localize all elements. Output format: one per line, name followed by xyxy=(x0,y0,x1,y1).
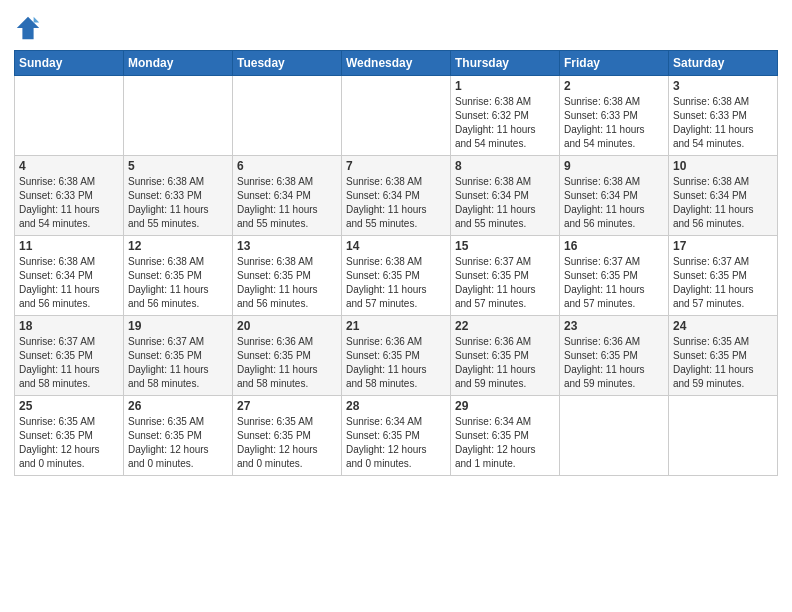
day-info: Sunrise: 6:34 AM Sunset: 6:35 PM Dayligh… xyxy=(455,415,555,471)
week-row: 18Sunrise: 6:37 AM Sunset: 6:35 PM Dayli… xyxy=(15,316,778,396)
week-row: 4Sunrise: 6:38 AM Sunset: 6:33 PM Daylig… xyxy=(15,156,778,236)
calendar-cell: 4Sunrise: 6:38 AM Sunset: 6:33 PM Daylig… xyxy=(15,156,124,236)
day-number: 15 xyxy=(455,239,555,253)
header-cell-friday: Friday xyxy=(560,51,669,76)
day-info: Sunrise: 6:38 AM Sunset: 6:33 PM Dayligh… xyxy=(19,175,119,231)
day-number: 25 xyxy=(19,399,119,413)
calendar-cell: 27Sunrise: 6:35 AM Sunset: 6:35 PM Dayli… xyxy=(233,396,342,476)
calendar-cell xyxy=(560,396,669,476)
day-number: 12 xyxy=(128,239,228,253)
day-number: 14 xyxy=(346,239,446,253)
day-info: Sunrise: 6:38 AM Sunset: 6:34 PM Dayligh… xyxy=(673,175,773,231)
day-number: 23 xyxy=(564,319,664,333)
calendar-cell: 17Sunrise: 6:37 AM Sunset: 6:35 PM Dayli… xyxy=(669,236,778,316)
header-cell-sunday: Sunday xyxy=(15,51,124,76)
page-container: SundayMondayTuesdayWednesdayThursdayFrid… xyxy=(0,0,792,486)
day-number: 10 xyxy=(673,159,773,173)
day-info: Sunrise: 6:38 AM Sunset: 6:35 PM Dayligh… xyxy=(346,255,446,311)
day-number: 27 xyxy=(237,399,337,413)
calendar-cell: 7Sunrise: 6:38 AM Sunset: 6:34 PM Daylig… xyxy=(342,156,451,236)
calendar-cell xyxy=(233,76,342,156)
day-number: 6 xyxy=(237,159,337,173)
header-cell-monday: Monday xyxy=(124,51,233,76)
calendar-cell: 23Sunrise: 6:36 AM Sunset: 6:35 PM Dayli… xyxy=(560,316,669,396)
logo xyxy=(14,14,46,42)
day-number: 16 xyxy=(564,239,664,253)
day-info: Sunrise: 6:35 AM Sunset: 6:35 PM Dayligh… xyxy=(128,415,228,471)
day-info: Sunrise: 6:38 AM Sunset: 6:34 PM Dayligh… xyxy=(455,175,555,231)
day-number: 17 xyxy=(673,239,773,253)
calendar-cell xyxy=(124,76,233,156)
calendar-cell: 1Sunrise: 6:38 AM Sunset: 6:32 PM Daylig… xyxy=(451,76,560,156)
day-info: Sunrise: 6:38 AM Sunset: 6:34 PM Dayligh… xyxy=(237,175,337,231)
day-info: Sunrise: 6:35 AM Sunset: 6:35 PM Dayligh… xyxy=(237,415,337,471)
logo-icon xyxy=(14,14,42,42)
day-info: Sunrise: 6:38 AM Sunset: 6:33 PM Dayligh… xyxy=(673,95,773,151)
day-number: 24 xyxy=(673,319,773,333)
day-info: Sunrise: 6:36 AM Sunset: 6:35 PM Dayligh… xyxy=(346,335,446,391)
day-number: 9 xyxy=(564,159,664,173)
day-info: Sunrise: 6:38 AM Sunset: 6:34 PM Dayligh… xyxy=(346,175,446,231)
calendar-cell xyxy=(342,76,451,156)
header-cell-saturday: Saturday xyxy=(669,51,778,76)
calendar-cell xyxy=(15,76,124,156)
day-number: 29 xyxy=(455,399,555,413)
calendar-cell: 11Sunrise: 6:38 AM Sunset: 6:34 PM Dayli… xyxy=(15,236,124,316)
day-number: 7 xyxy=(346,159,446,173)
day-number: 28 xyxy=(346,399,446,413)
calendar-body: 1Sunrise: 6:38 AM Sunset: 6:32 PM Daylig… xyxy=(15,76,778,476)
day-number: 22 xyxy=(455,319,555,333)
week-row: 1Sunrise: 6:38 AM Sunset: 6:32 PM Daylig… xyxy=(15,76,778,156)
day-info: Sunrise: 6:35 AM Sunset: 6:35 PM Dayligh… xyxy=(673,335,773,391)
calendar-cell: 12Sunrise: 6:38 AM Sunset: 6:35 PM Dayli… xyxy=(124,236,233,316)
header-cell-thursday: Thursday xyxy=(451,51,560,76)
day-info: Sunrise: 6:36 AM Sunset: 6:35 PM Dayligh… xyxy=(455,335,555,391)
day-number: 2 xyxy=(564,79,664,93)
calendar-header: SundayMondayTuesdayWednesdayThursdayFrid… xyxy=(15,51,778,76)
day-info: Sunrise: 6:38 AM Sunset: 6:33 PM Dayligh… xyxy=(128,175,228,231)
day-number: 13 xyxy=(237,239,337,253)
day-number: 4 xyxy=(19,159,119,173)
day-info: Sunrise: 6:37 AM Sunset: 6:35 PM Dayligh… xyxy=(19,335,119,391)
day-number: 11 xyxy=(19,239,119,253)
day-info: Sunrise: 6:37 AM Sunset: 6:35 PM Dayligh… xyxy=(673,255,773,311)
day-info: Sunrise: 6:38 AM Sunset: 6:34 PM Dayligh… xyxy=(19,255,119,311)
calendar-cell: 16Sunrise: 6:37 AM Sunset: 6:35 PM Dayli… xyxy=(560,236,669,316)
day-info: Sunrise: 6:37 AM Sunset: 6:35 PM Dayligh… xyxy=(128,335,228,391)
calendar-cell: 20Sunrise: 6:36 AM Sunset: 6:35 PM Dayli… xyxy=(233,316,342,396)
day-number: 19 xyxy=(128,319,228,333)
calendar-cell: 3Sunrise: 6:38 AM Sunset: 6:33 PM Daylig… xyxy=(669,76,778,156)
calendar-cell: 5Sunrise: 6:38 AM Sunset: 6:33 PM Daylig… xyxy=(124,156,233,236)
calendar-table: SundayMondayTuesdayWednesdayThursdayFrid… xyxy=(14,50,778,476)
calendar-cell: 14Sunrise: 6:38 AM Sunset: 6:35 PM Dayli… xyxy=(342,236,451,316)
header xyxy=(14,10,778,42)
day-info: Sunrise: 6:34 AM Sunset: 6:35 PM Dayligh… xyxy=(346,415,446,471)
calendar-cell: 13Sunrise: 6:38 AM Sunset: 6:35 PM Dayli… xyxy=(233,236,342,316)
calendar-cell xyxy=(669,396,778,476)
day-info: Sunrise: 6:35 AM Sunset: 6:35 PM Dayligh… xyxy=(19,415,119,471)
calendar-cell: 2Sunrise: 6:38 AM Sunset: 6:33 PM Daylig… xyxy=(560,76,669,156)
day-number: 21 xyxy=(346,319,446,333)
day-number: 1 xyxy=(455,79,555,93)
week-row: 25Sunrise: 6:35 AM Sunset: 6:35 PM Dayli… xyxy=(15,396,778,476)
day-info: Sunrise: 6:38 AM Sunset: 6:34 PM Dayligh… xyxy=(564,175,664,231)
header-row: SundayMondayTuesdayWednesdayThursdayFrid… xyxy=(15,51,778,76)
header-cell-tuesday: Tuesday xyxy=(233,51,342,76)
calendar-cell: 24Sunrise: 6:35 AM Sunset: 6:35 PM Dayli… xyxy=(669,316,778,396)
svg-marker-1 xyxy=(34,17,40,23)
calendar-cell: 28Sunrise: 6:34 AM Sunset: 6:35 PM Dayli… xyxy=(342,396,451,476)
calendar-cell: 6Sunrise: 6:38 AM Sunset: 6:34 PM Daylig… xyxy=(233,156,342,236)
calendar-cell: 9Sunrise: 6:38 AM Sunset: 6:34 PM Daylig… xyxy=(560,156,669,236)
calendar-cell: 15Sunrise: 6:37 AM Sunset: 6:35 PM Dayli… xyxy=(451,236,560,316)
day-number: 20 xyxy=(237,319,337,333)
day-number: 8 xyxy=(455,159,555,173)
calendar-cell: 29Sunrise: 6:34 AM Sunset: 6:35 PM Dayli… xyxy=(451,396,560,476)
day-info: Sunrise: 6:36 AM Sunset: 6:35 PM Dayligh… xyxy=(564,335,664,391)
calendar-cell: 10Sunrise: 6:38 AM Sunset: 6:34 PM Dayli… xyxy=(669,156,778,236)
calendar-cell: 25Sunrise: 6:35 AM Sunset: 6:35 PM Dayli… xyxy=(15,396,124,476)
day-number: 5 xyxy=(128,159,228,173)
day-info: Sunrise: 6:37 AM Sunset: 6:35 PM Dayligh… xyxy=(564,255,664,311)
day-info: Sunrise: 6:38 AM Sunset: 6:33 PM Dayligh… xyxy=(564,95,664,151)
calendar-cell: 21Sunrise: 6:36 AM Sunset: 6:35 PM Dayli… xyxy=(342,316,451,396)
day-number: 3 xyxy=(673,79,773,93)
